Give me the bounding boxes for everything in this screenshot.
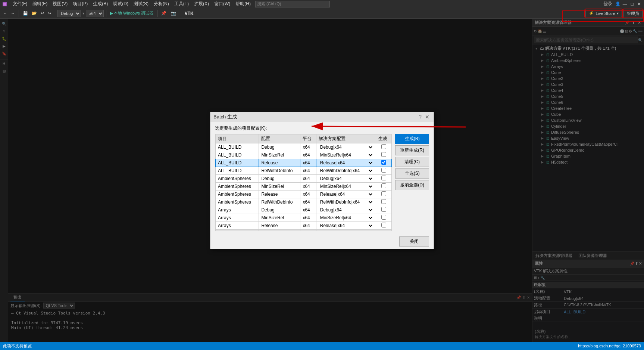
- batch-row-11[interactable]: ArraysRelWithDebInfox64RelWithDebInfo|x6…: [216, 229, 392, 231]
- batch-row-6[interactable]: AmbientSpheresReleasex64Release|x64: [216, 190, 392, 198]
- batch-cell-config-1: MinSizeRel: [259, 151, 300, 159]
- toolbar-sep2: [55, 10, 55, 17]
- batch-row-3[interactable]: ALL_BUILDRelWithDebInfox64RelWithDebInfo…: [216, 167, 392, 174]
- batch-row-4[interactable]: AmbientSpheresDebugx64Debug|x64: [216, 174, 392, 182]
- menu-analyze[interactable]: 分析(N): [151, 0, 171, 8]
- batch-cell-build-5[interactable]: [376, 182, 391, 190]
- menu-extensions[interactable]: 扩展(X): [192, 0, 211, 8]
- col-build: 生成: [376, 134, 391, 143]
- batch-cell-solconfig-0[interactable]: Debug|x64: [316, 143, 376, 151]
- batch-cell-project-6: AmbientSpheres: [216, 190, 259, 198]
- menu-project[interactable]: 项目(P): [71, 0, 90, 8]
- toolbar-open[interactable]: 📂: [30, 10, 38, 16]
- batch-cell-platform-2: x64: [300, 159, 316, 167]
- toolbar-back[interactable]: ←: [1, 10, 9, 16]
- batch-cell-solconfig-7[interactable]: RelWithDebInfo|x64: [316, 198, 376, 206]
- user-icon[interactable]: 👤: [615, 1, 620, 6]
- maximize-btn[interactable]: □: [629, 1, 635, 7]
- platform-select[interactable]: x64: [86, 10, 104, 17]
- batch-cell-project-1: ALL_BUILD: [216, 151, 259, 159]
- config-select[interactable]: Debug: [57, 10, 81, 17]
- batch-cell-build-9[interactable]: [376, 214, 391, 222]
- batch-cell-solconfig-1[interactable]: MinSizeRel|x64: [316, 151, 376, 159]
- batch-row-10[interactable]: ArraysReleasex64Release|x64: [216, 222, 392, 229]
- run-btn[interactable]: ▶ 本地 Windows 调试器: [109, 10, 155, 17]
- batch-cell-config-6: Release: [259, 190, 300, 198]
- toolbar-redo[interactable]: ↪: [46, 10, 53, 16]
- toolbar-right-area: ⚡ Live Share ▾ 管理员: [585, 10, 643, 17]
- batch-cell-solconfig-3[interactable]: RelWithDebInfo|x64: [316, 167, 376, 174]
- batch-cell-build-6[interactable]: [376, 190, 391, 198]
- batch-cell-solconfig-2[interactable]: Release|x64: [316, 159, 376, 167]
- batch-cell-platform-5: x64: [300, 182, 316, 190]
- close-btn[interactable]: ✕: [636, 1, 643, 7]
- deselect-all-btn[interactable]: 撤消全选(D): [395, 180, 429, 190]
- batch-cell-build-0[interactable]: [376, 143, 391, 151]
- batch-cell-build-7[interactable]: [376, 198, 391, 206]
- batch-row-5[interactable]: AmbientSpheresMinSizeRelx64MinSizeRel|x6…: [216, 182, 392, 190]
- batch-table: 项目 配置 平台 解决方案配置 生成 ALL_BUILDDebugx64Debu…: [215, 134, 392, 231]
- menu-window[interactable]: 窗口(W): [212, 0, 232, 8]
- batch-cell-solconfig-4[interactable]: Debug|x64: [316, 174, 376, 182]
- batch-cell-build-1[interactable]: [376, 151, 391, 159]
- batch-row-7[interactable]: AmbientSpheresRelWithDebInfox64RelWithDe…: [216, 198, 392, 206]
- modal-help-btn[interactable]: ?: [419, 114, 422, 120]
- menu-tools[interactable]: 工具(T): [172, 0, 191, 8]
- batch-cell-config-3: RelWithDebInfo: [259, 167, 300, 174]
- batch-cell-build-4[interactable]: [376, 174, 391, 182]
- menu-file[interactable]: 文件(F): [10, 0, 29, 8]
- clean-btn[interactable]: 清理(C): [395, 157, 429, 167]
- batch-cell-build-10[interactable]: [376, 222, 391, 229]
- menu-debug[interactable]: 调试(D): [111, 0, 131, 8]
- batch-cell-solconfig-10[interactable]: Release|x64: [316, 222, 376, 229]
- batch-table-scroll[interactable]: 项目 配置 平台 解决方案配置 生成 ALL_BUILDDebugx64Debu…: [215, 134, 392, 231]
- manage-btn[interactable]: 管理员: [623, 10, 643, 17]
- batch-row-9[interactable]: ArraysMinSizeRelx64MinSizeRel|x64: [216, 214, 392, 222]
- app-logo: [1, 1, 8, 7]
- menu-test[interactable]: 测试(S): [131, 0, 151, 8]
- batch-row-2[interactable]: ALL_BUILDReleasex64Release|x64: [216, 159, 392, 167]
- batch-cell-build-11[interactable]: [376, 229, 391, 231]
- select-all-btn[interactable]: 全选(S): [395, 168, 429, 179]
- batch-cell-project-10: Arrays: [216, 222, 259, 229]
- batch-cell-build-3[interactable]: [376, 167, 391, 174]
- batch-cell-platform-0: x64: [300, 143, 316, 151]
- status-url: https://blog.csdn.net/qq_21096573: [578, 344, 641, 348]
- batch-cell-platform-4: x64: [300, 174, 316, 182]
- close-btn[interactable]: 关闭: [399, 236, 429, 247]
- menu-view[interactable]: 视图(V): [50, 0, 70, 8]
- search-box[interactable]: 搜索 (Ctrl+Q): [255, 1, 330, 7]
- batch-cell-config-4: Debug: [259, 174, 300, 182]
- batch-cell-config-2: Release: [259, 159, 300, 167]
- batch-row-1[interactable]: ALL_BUILDMinSizeRelx64MinSizeRel|x64: [216, 151, 392, 159]
- modal-close-btn[interactable]: ✕: [424, 114, 431, 120]
- batch-cell-build-8[interactable]: [376, 206, 391, 214]
- batch-cell-config-7: RelWithDebInfo: [259, 198, 300, 206]
- minimize-btn[interactable]: —: [621, 1, 629, 7]
- pin-btn[interactable]: 📌: [160, 10, 168, 16]
- batch-row-0[interactable]: ALL_BUILDDebugx64Debug|x64: [216, 143, 392, 151]
- batch-row-8[interactable]: ArraysDebugx64Debug|x64: [216, 206, 392, 214]
- batch-cell-solconfig-9[interactable]: MinSizeRel|x64: [316, 214, 376, 222]
- menu-help[interactable]: 帮助(H): [233, 0, 253, 8]
- batch-cell-solconfig-11[interactable]: RelWithDebInfo|x64: [316, 229, 376, 231]
- liveshare-btn[interactable]: ⚡ Live Share ▾: [585, 10, 622, 17]
- liveshare-arrow: ▾: [617, 11, 619, 15]
- run-icon: ▶: [110, 11, 113, 16]
- modal-subtitle: 选定要生成的项目配置(K):: [215, 125, 429, 131]
- toolbar-save[interactable]: 💾: [21, 10, 29, 16]
- modal-title: Batch 生成: [213, 114, 237, 120]
- batch-cell-build-2[interactable]: [376, 159, 391, 167]
- batch-cell-project-7: AmbientSpheres: [216, 198, 259, 206]
- toolbar-forward[interactable]: →: [9, 10, 16, 16]
- toolbar-undo[interactable]: ↩: [39, 10, 46, 16]
- cam-btn[interactable]: 📷: [169, 10, 178, 16]
- batch-cell-solconfig-5[interactable]: MinSizeRel|x64: [316, 182, 376, 190]
- batch-cell-solconfig-8[interactable]: Debug|x64: [316, 206, 376, 214]
- menu-build[interactable]: 生成(B): [91, 0, 110, 8]
- menu-edit[interactable]: 编辑(E): [30, 0, 50, 8]
- rebuild-btn[interactable]: 重新生成(R): [395, 145, 429, 155]
- batch-cell-platform-6: x64: [300, 190, 316, 198]
- build-btn[interactable]: 生成(B): [395, 134, 429, 144]
- batch-cell-solconfig-6[interactable]: Release|x64: [316, 190, 376, 198]
